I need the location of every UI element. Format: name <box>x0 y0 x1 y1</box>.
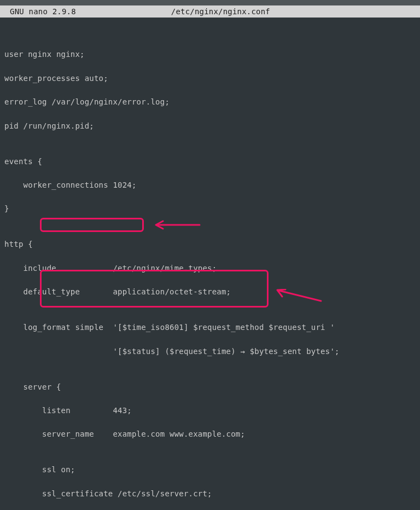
filepath-label: /etc/nginx/nginx.conf <box>76 5 420 18</box>
editor-titlebar: GNU nano 2.9.8 /etc/nginx/nginx.conf <box>0 5 420 18</box>
code-line: '[$status] ($request_time) → $bytes_sent… <box>4 346 420 358</box>
code-line: pid /run/nginx.pid; <box>4 120 420 132</box>
code-line: listen 443; <box>4 405 420 417</box>
code-line: server_name example.com www.example.com; <box>4 428 420 441</box>
code-line: log_format simple '[$time_iso8601] $requ… <box>4 322 420 334</box>
app-name-label: GNU nano 2.9.8 <box>0 5 76 18</box>
code-line: default_type application/octet-stream; <box>4 286 420 298</box>
code-line: user nginx nginx; <box>4 49 420 61</box>
code-line: server { <box>4 381 420 393</box>
code-line: events { <box>4 156 420 168</box>
code-line: http { <box>4 239 420 251</box>
code-line: error_log /var/log/nginx/error.log; <box>4 96 420 108</box>
window-top-spacer <box>0 0 420 5</box>
code-line: ssl on; <box>4 464 420 476</box>
code-line: ssl_certificate /etc/ssl/server.crt; <box>4 488 420 500</box>
code-line: } <box>4 203 420 215</box>
editor-content[interactable]: user nginx nginx; worker_processes auto;… <box>0 18 420 510</box>
code-line: worker_processes auto; <box>4 73 420 85</box>
code-line: include /etc/nginx/mime.types; <box>4 263 420 275</box>
code-line: worker_connections 1024; <box>4 179 420 192</box>
